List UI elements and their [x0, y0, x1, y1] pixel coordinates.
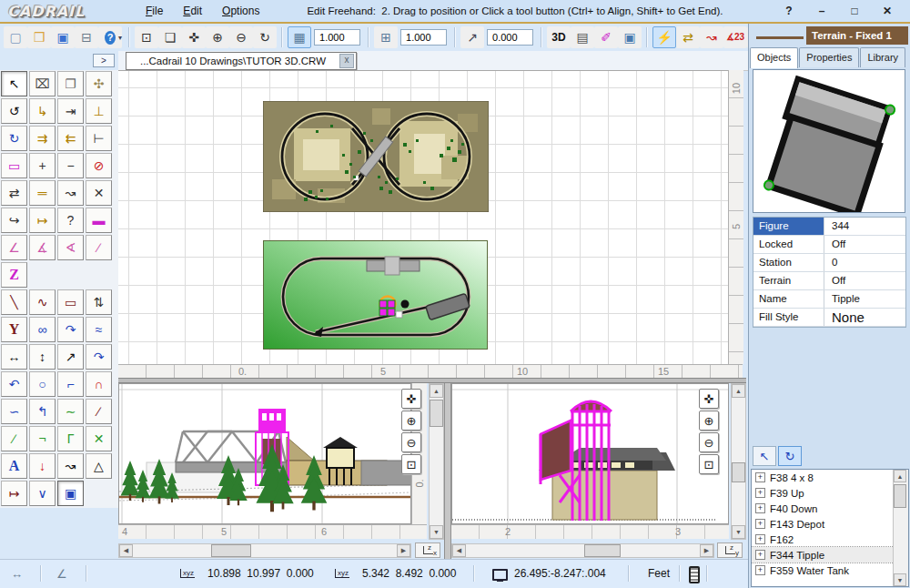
curve-endpoint-tool[interactable]: ↪ [1, 208, 27, 233]
property-row[interactable]: Fill Style None [753, 309, 905, 327]
car-tool[interactable]: ▬ [86, 208, 112, 233]
break-tool[interactable]: ⊘ [86, 153, 112, 178]
scroll-left-button[interactable]: ◀ [119, 544, 133, 557]
arc-right-tool[interactable]: ↷ [86, 344, 112, 370]
select-tool[interactable]: ↖ [1, 71, 27, 96]
insert-image-tool[interactable]: ▣ [57, 481, 84, 506]
paint-terrain-button[interactable]: ✐ [594, 26, 618, 48]
remove-section-tool[interactable]: − [57, 153, 84, 178]
flashlight-button[interactable]: ⚡ [652, 26, 676, 48]
angle-label-button[interactable]: ∡23 [723, 26, 747, 48]
pan-view-button[interactable]: ✜ [401, 389, 421, 409]
property-row[interactable]: Terrain Off [753, 272, 905, 290]
tab-objects[interactable]: Objects [750, 47, 798, 68]
front-view-vscrollbar[interactable]: ▲ ▼ [429, 383, 444, 540]
zoom-window-button[interactable]: ⊡ [401, 454, 421, 474]
zoom-out-button[interactable]: ⊖ [401, 432, 421, 452]
join-tool[interactable]: ↝ [57, 180, 84, 206]
property-row[interactable]: Locked Off [753, 236, 905, 254]
group-tool[interactable]: ▭ [1, 153, 27, 178]
pan-view-button[interactable]: ✜ [699, 389, 719, 409]
branch-tool[interactable]: Y [1, 317, 27, 342]
scroll-down-button[interactable]: ▼ [732, 525, 745, 539]
v-size-tool[interactable]: ↕ [29, 344, 56, 370]
tree-item[interactable]: + F162 [752, 532, 908, 547]
snap-size-field[interactable] [400, 29, 447, 46]
help-dropdown-arrow[interactable]: ▾ [118, 34, 122, 42]
vertical-splitter[interactable] [444, 383, 451, 559]
rotate-tool[interactable]: ↺ [1, 98, 27, 124]
menu-file[interactable]: File [146, 5, 163, 17]
easement-tool[interactable]: ∽ [1, 399, 27, 424]
front-view-canvas[interactable] [118, 383, 411, 524]
diagonal-size-tool[interactable]: ↗ [57, 344, 84, 370]
tab-close-button[interactable]: x [339, 54, 354, 68]
grade-tool-1[interactable]: ∠ [1, 235, 27, 260]
background-image-button[interactable]: ▣ [618, 26, 642, 48]
h-size-tool[interactable]: ↔ [1, 344, 27, 370]
three-point-arc-tool[interactable]: ∩ [86, 371, 112, 397]
green-curve-tool[interactable]: ∼ [57, 399, 84, 424]
connect-tool[interactable]: ⇉ [29, 126, 56, 151]
tree-item[interactable]: + F40 Down [752, 501, 908, 516]
tree-item[interactable]: + F38 4 x 8 [752, 470, 908, 485]
expand-icon[interactable]: + [755, 550, 765, 560]
property-row[interactable]: Name Tipple [753, 290, 905, 309]
expand-icon[interactable]: + [755, 519, 765, 529]
copy-tool[interactable]: ❐ [57, 71, 84, 96]
zoom-out-button[interactable]: ⊖ [229, 26, 253, 48]
protractor-tool[interactable]: ∨ [29, 481, 56, 506]
slide-tool[interactable]: ⇄ [1, 180, 27, 206]
double-curve-tool[interactable]: ≈ [86, 317, 112, 342]
endpoint-style-button[interactable]: ↝ [700, 26, 723, 48]
angle-field[interactable] [487, 29, 533, 46]
tab-properties[interactable]: Properties [799, 47, 859, 67]
zoom-out-button[interactable]: ⊖ [699, 432, 719, 452]
circle-tool[interactable]: ○ [29, 371, 56, 397]
scroll-right-button[interactable]: ▶ [700, 544, 713, 557]
query-tool[interactable]: ? [57, 208, 84, 233]
zoom-in-button[interactable]: ⊕ [206, 26, 229, 48]
save-button[interactable]: ▣ [51, 26, 75, 48]
expand-icon[interactable]: + [755, 503, 765, 513]
grid-size-field[interactable] [314, 29, 360, 46]
select-object-button[interactable]: ↖ [753, 446, 776, 466]
palette-expander-button[interactable]: > [93, 54, 115, 67]
perpendicular-tool[interactable]: ⊥ [86, 98, 112, 124]
angle-lock-icon[interactable]: ∠ [56, 567, 67, 581]
polyline-tool[interactable]: ∿ [29, 289, 56, 315]
minimize-button[interactable]: – [808, 3, 835, 19]
tree-item[interactable]: + F344 Tipple [752, 547, 908, 563]
tree-item[interactable]: + F143 Depot [752, 516, 908, 532]
scroll-thumb[interactable] [732, 462, 745, 482]
polygon-tool[interactable]: △ [86, 453, 112, 479]
add-section-tool[interactable]: + [29, 153, 56, 178]
scroll-thumb[interactable] [211, 544, 251, 557]
zoom-in-button[interactable]: ⊕ [699, 411, 719, 431]
align-tool[interactable]: ⇥ [57, 98, 84, 124]
expand-icon[interactable]: + [755, 534, 765, 544]
expand-icon[interactable]: + [755, 565, 765, 575]
corner-fillet-tool[interactable]: ¬ [29, 426, 56, 451]
parallel-circles-tool[interactable]: ∞ [29, 317, 56, 342]
move-endpoint-tool[interactable]: ↳ [29, 98, 56, 124]
track-style-button[interactable]: ⇄ [676, 26, 700, 48]
print-button[interactable]: ⊟ [75, 26, 98, 48]
scroll-thumb[interactable] [584, 544, 621, 557]
bezier-tool[interactable]: ↝ [57, 453, 84, 479]
document-tab[interactable]: ...Cadrail 10 Drawings\TUTOR 3D.CRW x [126, 52, 357, 70]
pan-view-button[interactable]: ✜ [182, 26, 206, 48]
expand-icon[interactable]: + [755, 488, 765, 498]
new-file-button[interactable]: ▢ [4, 26, 27, 48]
plan-view-canvas[interactable] [118, 70, 728, 365]
scroll-down-button[interactable]: ▼ [894, 573, 906, 586]
z-line-tool[interactable]: ⇅ [86, 289, 112, 315]
z-grade-tool[interactable]: Z [1, 262, 27, 288]
scroll-up-button[interactable]: ▲ [430, 384, 443, 398]
curve-tool[interactable]: ↷ [57, 317, 84, 342]
marker-tool[interactable]: ↓ [29, 453, 56, 479]
cross-spline-tool[interactable]: ✕ [86, 426, 112, 451]
scroll-thumb[interactable] [430, 400, 443, 427]
grade-tool-3[interactable]: ∢ [57, 235, 84, 260]
maximize-button[interactable]: □ [841, 3, 868, 19]
